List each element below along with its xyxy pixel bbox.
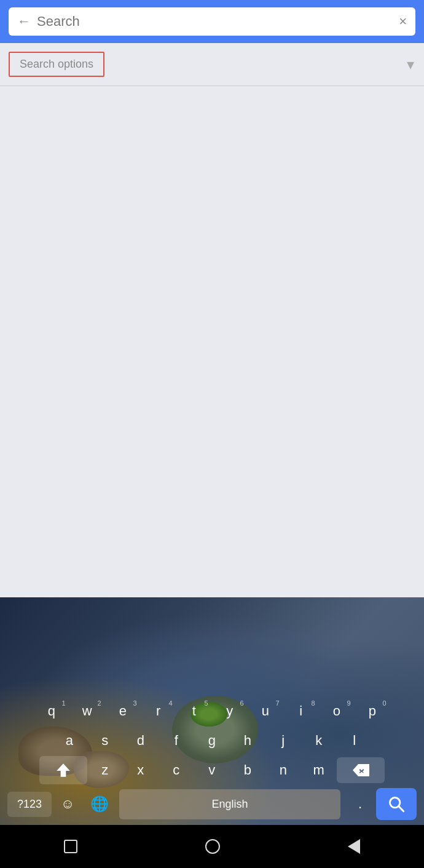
key-g[interactable]: g <box>194 727 230 755</box>
space-key[interactable]: English <box>119 789 340 819</box>
main-content <box>0 86 424 554</box>
keyboard: q1 w2 e3 r4 t5 y6 u7 i8 o9 p0 a s d f g … <box>0 597 424 825</box>
key-m[interactable]: m <box>301 756 337 784</box>
search-input[interactable] <box>37 14 393 30</box>
backspace-key[interactable] <box>337 757 385 783</box>
key-j[interactable]: j <box>265 727 301 755</box>
svg-line-1 <box>399 806 404 811</box>
key-y[interactable]: y6 <box>212 697 248 725</box>
key-s[interactable]: s <box>87 727 123 755</box>
key-l[interactable]: l <box>337 727 372 755</box>
keyboard-container: q1 w2 e3 r4 t5 y6 u7 i8 o9 p0 a s d f g … <box>0 597 424 825</box>
globe-key[interactable]: 🌐 <box>84 789 116 819</box>
key-e[interactable]: e3 <box>105 697 141 725</box>
nav-recents-icon[interactable] <box>64 840 77 853</box>
key-u[interactable]: u7 <box>248 697 283 725</box>
chevron-down-icon[interactable]: ▾ <box>407 56 414 73</box>
key-q[interactable]: q1 <box>34 697 69 725</box>
key-x[interactable]: x <box>123 756 159 784</box>
key-r[interactable]: r4 <box>141 697 176 725</box>
numbers-key[interactable]: ?123 <box>7 792 52 817</box>
key-v[interactable]: v <box>194 756 230 784</box>
keyboard-bottom-row: ?123 ☺ 🌐 English . <box>4 786 420 825</box>
nav-back-icon[interactable] <box>348 839 360 854</box>
key-c[interactable]: c <box>159 756 194 784</box>
key-d[interactable]: d <box>123 727 159 755</box>
key-n[interactable]: n <box>265 756 301 784</box>
search-key[interactable] <box>376 788 417 820</box>
key-t[interactable]: t5 <box>176 697 212 725</box>
key-i[interactable]: i8 <box>283 697 319 725</box>
key-f[interactable]: f <box>159 727 194 755</box>
key-h[interactable]: h <box>230 727 265 755</box>
search-options-row: Search options ▾ <box>0 43 424 77</box>
top-bar: ← × <box>0 0 424 43</box>
key-w[interactable]: w2 <box>69 697 105 725</box>
key-b[interactable]: b <box>230 756 265 784</box>
back-icon[interactable]: ← <box>17 14 31 30</box>
key-o[interactable]: o9 <box>319 697 355 725</box>
keyboard-row-asdf: a s d f g h j k l <box>4 727 420 755</box>
keyboard-row-zxcvbnm: z x c v b n m <box>4 756 420 784</box>
search-options-button[interactable]: Search options <box>9 52 104 77</box>
nav-home-icon[interactable] <box>205 839 220 854</box>
nav-bar <box>0 825 424 868</box>
key-a[interactable]: a <box>52 727 87 755</box>
emoji-key[interactable]: ☺ <box>52 790 84 818</box>
clear-icon[interactable]: × <box>399 14 407 30</box>
key-p[interactable]: p0 <box>355 697 390 725</box>
key-k[interactable]: k <box>301 727 337 755</box>
keyboard-row-qwerty: q1 w2 e3 r4 t5 y6 u7 i8 o9 p0 <box>4 697 420 725</box>
period-key[interactable]: . <box>344 790 376 818</box>
shift-key[interactable] <box>39 756 87 784</box>
search-box: ← × <box>9 7 415 36</box>
key-z[interactable]: z <box>87 756 123 784</box>
